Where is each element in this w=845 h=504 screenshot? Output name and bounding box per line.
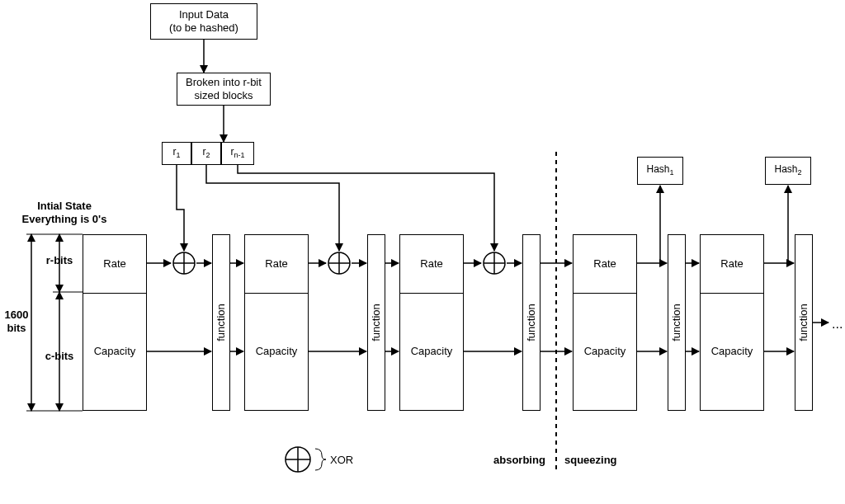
rate-label-1: Rate [103, 257, 125, 271]
rate-label-4: Rate [593, 257, 616, 271]
function-label-3: function [525, 304, 538, 341]
capacity-cell-2: Capacity [245, 293, 308, 410]
rn-sub: n-1 [234, 152, 244, 160]
rate-label-3: Rate [420, 257, 442, 271]
broken-blocks-box: Broken into r-bit sized blocks [177, 73, 271, 106]
hash1-text: Hash [646, 163, 669, 175]
broken-line1: Broken into r-bit [186, 76, 262, 88]
state-block-4: Rate Capacity [573, 234, 637, 411]
hash1-sub: 1 [670, 169, 674, 177]
function-block-4: function [668, 234, 686, 411]
capacity-cell-1: Capacity [83, 293, 146, 410]
capacity-cell-4: Capacity [574, 293, 636, 410]
function-block-3: function [522, 234, 541, 411]
initial-state-line1: Intial State [37, 200, 92, 212]
rate-label-2: Rate [265, 257, 287, 271]
c-bits-label: c-bits [43, 350, 76, 363]
function-label-1: function [215, 304, 228, 341]
trailing-ellipsis: ... [832, 317, 843, 332]
state-block-3: Rate Capacity [399, 234, 464, 411]
xor-2 [327, 251, 352, 276]
rate-cell-3: Rate [400, 235, 463, 294]
capacity-cell-3: Capacity [400, 293, 463, 410]
hash2-box: Hash2 [765, 157, 811, 185]
absorbing-label: absorbing [493, 454, 545, 467]
function-block-2: function [367, 234, 385, 411]
initial-state-line2: Everything is 0's [22, 213, 107, 225]
r2-sub: 2 [205, 152, 210, 160]
r1-block: r1 [162, 142, 191, 165]
capacity-label-2: Capacity [256, 345, 298, 358]
rate-cell-4: Rate [574, 235, 636, 294]
state-block-1: Rate Capacity [83, 234, 147, 411]
function-block-1: function [212, 234, 230, 411]
whole-bits-label: 1600 bits [0, 309, 33, 336]
r1-sub: 1 [176, 152, 180, 160]
input-data-box: Input Data (to be hashed) [150, 3, 257, 40]
r2-block: r2 [191, 142, 221, 165]
initial-state-label: Intial State Everything is 0's [15, 200, 114, 227]
rate-cell-2: Rate [245, 235, 308, 294]
xor-3 [482, 251, 507, 276]
rate-cell-5: Rate [701, 235, 763, 294]
broken-line2: sized blocks [195, 89, 253, 101]
xor-legend-icon [284, 445, 312, 473]
state-block-2: Rate Capacity [244, 234, 309, 411]
capacity-label-1: Capacity [94, 345, 136, 358]
input-title-line2: (to be hashed) [169, 21, 238, 34]
capacity-label-4: Capacity [584, 345, 626, 358]
function-label-5: function [797, 304, 810, 341]
hash2-text: Hash [774, 163, 797, 175]
squeezing-label: squeezing [564, 454, 617, 467]
function-label-2: function [370, 304, 383, 341]
r-bits-label: r-bits [43, 254, 76, 267]
function-label-4: function [670, 304, 683, 341]
hash1-box: Hash1 [637, 157, 683, 185]
hash2-sub: 2 [798, 169, 802, 177]
xor-1 [172, 251, 196, 276]
function-block-5: function [795, 234, 813, 411]
capacity-label-3: Capacity [411, 345, 453, 358]
rn-block: rn-1 [221, 142, 254, 165]
capacity-label-5: Capacity [711, 345, 753, 358]
state-block-5: Rate Capacity [700, 234, 764, 411]
xor-legend-text: XOR [330, 454, 353, 467]
capacity-cell-5: Capacity [701, 293, 763, 410]
rate-cell-1: Rate [83, 235, 146, 294]
input-title-line1: Input Data [179, 8, 229, 21]
rate-label-5: Rate [720, 257, 743, 271]
